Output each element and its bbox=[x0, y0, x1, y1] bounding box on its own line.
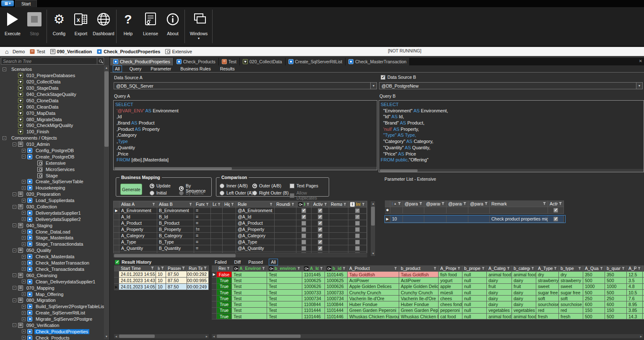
tree-item-stage-masterdata[interactable]: +Stage_Masterdata bbox=[0, 235, 104, 241]
mapping-checkbox-cell[interactable] bbox=[312, 239, 329, 245]
tree-item-050-quality[interactable]: −050_Quality bbox=[0, 247, 104, 254]
parameter-cell[interactable]: 10 bbox=[390, 215, 403, 223]
results-row[interactable]: TrueTestTest11008441100844Huber FondueHu… bbox=[212, 301, 644, 307]
history-row[interactable]: 24.01.2023 14:55:591087.500:00:00:292 bbox=[114, 271, 209, 278]
results-cell[interactable]: Huber Fondue bbox=[348, 301, 399, 307]
tree-item-040-checkstagequality[interactable]: 040_CheckStageQuality bbox=[0, 91, 104, 98]
column-header-param3[interactable]: @param3 bbox=[447, 200, 468, 207]
column-header-a_price[interactable]: A_Price bbox=[627, 265, 643, 272]
mapping-cell[interactable] bbox=[329, 252, 348, 253]
column-header-rounding[interactable]: Rounding bbox=[275, 201, 296, 208]
mapping-cell[interactable]: = bbox=[194, 252, 211, 253]
column-header-a_product[interactable]: A_Product bbox=[348, 265, 399, 272]
radio-update[interactable]: Update bbox=[150, 183, 171, 188]
results-cell[interactable]: 10.5 bbox=[627, 290, 643, 296]
results-cell[interactable]: Test bbox=[232, 272, 267, 278]
results-cell[interactable]: Vacherin Ile-d'Ore bbox=[348, 296, 399, 301]
column-header-active[interactable]: Active bbox=[312, 201, 329, 208]
expand-icon[interactable]: + bbox=[22, 180, 26, 184]
mapping-cell[interactable] bbox=[211, 214, 223, 220]
radio-left-outer-a-[interactable]: Left Outer (A) bbox=[220, 190, 253, 195]
results-cell[interactable]: dairy bbox=[512, 290, 536, 296]
results-hscrollbar[interactable]: ◄ ► bbox=[212, 334, 643, 338]
mapping-cell[interactable]: @A_Quantity bbox=[236, 245, 275, 252]
results-cell[interactable]: strawberry bbox=[536, 278, 559, 283]
mapping-checkbox-cell[interactable] bbox=[296, 220, 312, 226]
results-cell[interactable]: 1000734 bbox=[302, 296, 325, 301]
results-cell[interactable]: animal food bbox=[487, 314, 512, 319]
history-cell[interactable]: 0:00:00:292 bbox=[187, 271, 209, 278]
mapping-checkbox-cell[interactable] bbox=[296, 233, 312, 239]
dashboard-button[interactable]: Dashboard bbox=[91, 8, 116, 44]
results-cell[interactable]: Apple Golden Delices bbox=[348, 284, 399, 290]
mapping-cell[interactable] bbox=[211, 252, 223, 253]
results-cell[interactable]: sweet bbox=[536, 284, 559, 290]
mapping-row[interactable]: A_PropertyB_Property!=@A_Property bbox=[114, 226, 367, 233]
results-row[interactable]: TrueTestTest10006251000625ActiPowerActiP… bbox=[212, 278, 644, 283]
mapping-cell[interactable] bbox=[223, 214, 236, 220]
results-cell[interactable]: 3.85 bbox=[627, 308, 643, 314]
mapping-cell[interactable]: @A_Property bbox=[236, 226, 275, 233]
results-cell[interactable]: pepperoni bbox=[439, 308, 462, 314]
tree-item-060-cleansing[interactable]: −060_Cleansing bbox=[0, 272, 104, 278]
results-cell[interactable]: Test bbox=[232, 290, 267, 296]
history-cell[interactable]: 10 bbox=[156, 278, 166, 284]
tree-item-create-postgredb[interactable]: −Create_PostgreDB bbox=[0, 153, 104, 160]
result-cell[interactable]: True bbox=[217, 284, 232, 290]
mapping-checkbox-cell[interactable] bbox=[312, 226, 329, 233]
mapping-cell[interactable] bbox=[223, 252, 236, 253]
mapping-row[interactable]: A_CategoryB_Category=@A_Category bbox=[114, 233, 367, 239]
expand-icon[interactable]: + bbox=[22, 211, 26, 215]
expand-icon[interactable]: + bbox=[22, 236, 26, 240]
column-header-param4[interactable]: @param4 bbox=[468, 200, 490, 207]
mapping-cell[interactable]: A_Quantity bbox=[119, 245, 157, 252]
filter-icon[interactable] bbox=[161, 267, 164, 270]
doc-tab-check_products[interactable]: Check_Products bbox=[174, 58, 219, 65]
results-cell[interactable]: vegetables bbox=[512, 308, 536, 314]
results-cell[interactable]: dairy bbox=[487, 290, 512, 296]
column-header-b_quantity[interactable]: b_quantity bbox=[605, 265, 627, 272]
results-cell[interactable]: dairy bbox=[487, 296, 512, 301]
tree-search-input[interactable]: Search in Tree bbox=[1, 57, 104, 65]
scroll-up-icon[interactable]: ▲ bbox=[104, 65, 109, 70]
tree-item-config-postgredb[interactable]: +Config_PostgreDB bbox=[0, 148, 104, 154]
close-icon[interactable]: ✕ bbox=[639, 59, 642, 63]
mapping-checkbox-cell[interactable] bbox=[296, 245, 312, 252]
results-cell[interactable]: 14.3 bbox=[627, 314, 643, 319]
result-cell[interactable]: True bbox=[217, 296, 232, 301]
history-cell[interactable]: 0:00:00:995 bbox=[187, 278, 209, 284]
results-cell[interactable]: Test bbox=[232, 296, 267, 301]
column-header-passed-[interactable]: Passed % bbox=[166, 265, 187, 271]
expand-icon[interactable]: + bbox=[22, 317, 26, 321]
mapping-cell[interactable]: B_Quantity bbox=[157, 245, 194, 252]
filter-icon[interactable] bbox=[152, 203, 155, 206]
mapping-cell[interactable] bbox=[223, 220, 236, 226]
export-button[interactable]: xExport bbox=[71, 8, 91, 44]
result-cell[interactable]: True bbox=[217, 314, 232, 319]
chevron-down-icon[interactable]: ▼ bbox=[636, 83, 642, 89]
mapping-cell[interactable] bbox=[211, 226, 223, 233]
view-tab-query[interactable]: Query bbox=[128, 66, 143, 72]
mapping-cell[interactable]: = bbox=[194, 245, 211, 252]
expand-icon[interactable]: + bbox=[22, 292, 26, 296]
app-menu-button[interactable]: ▦ ▾ bbox=[1, 0, 14, 6]
tree-item-microservices[interactable]: MicroServices bbox=[0, 166, 104, 172]
results-row[interactable]: TrueTestTest10006261000626Apple Golden D… bbox=[212, 284, 644, 290]
mapping-checkbox-cell[interactable] bbox=[312, 233, 329, 239]
results-tab-failed[interactable]: Failed bbox=[213, 259, 229, 265]
mapping-cell[interactable]: B_Price bbox=[157, 252, 194, 253]
tree-item-stage[interactable]: Stage bbox=[0, 172, 104, 179]
filter-icon[interactable] bbox=[507, 267, 510, 270]
results-cell[interactable]: sugar free bbox=[536, 290, 559, 296]
scroll-up-icon[interactable]: ▲ bbox=[371, 201, 376, 206]
results-cell[interactable]: Tatu Goldfish bbox=[348, 272, 399, 278]
tree-item-070-mapping[interactable]: −070_Mapping bbox=[0, 285, 104, 291]
results-cell[interactable]: 1000 bbox=[605, 284, 627, 290]
mapping-cell[interactable]: = bbox=[194, 220, 211, 226]
results-cell[interactable]: 12.5 bbox=[627, 272, 643, 278]
results-cell[interactable]: 1101445 bbox=[302, 272, 325, 278]
results-cell[interactable]: Crunchy Crunch bbox=[399, 290, 439, 296]
scroll-down-icon[interactable]: ▼ bbox=[104, 334, 109, 339]
results-cell[interactable]: Test bbox=[267, 278, 302, 283]
filter-icon[interactable] bbox=[227, 267, 230, 270]
